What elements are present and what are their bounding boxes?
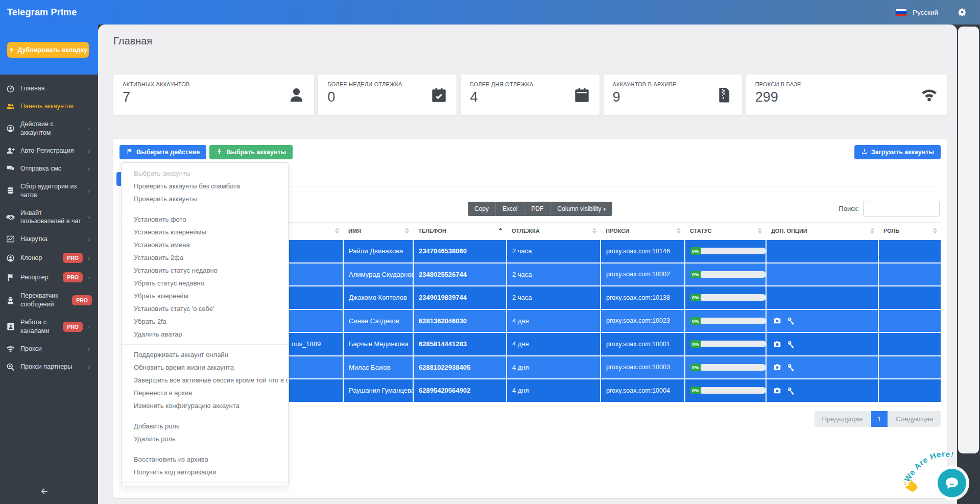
scrollbar-track (957, 25, 980, 504)
stat-value: 299 (755, 89, 938, 105)
menu-item[interactable]: Установить статус 'о себе' (122, 302, 288, 315)
menu-item[interactable]: Обновить время жизни аккаунта (122, 361, 288, 374)
scrollbar-thumb[interactable] (958, 27, 979, 453)
camera-icon[interactable] (773, 387, 781, 395)
sidebar-item-10[interactable]: РепортерPRO› (0, 268, 98, 287)
choose-action-button[interactable]: Выберите действие (119, 145, 206, 159)
sidebar-item-13[interactable]: Прокси› (0, 340, 98, 358)
sidebar-item-5[interactable]: Отправка смс› (0, 160, 98, 178)
sidebar-item-12[interactable]: Работа с каналамиPRO› (0, 314, 98, 340)
status-cell: 0% (685, 379, 766, 402)
progress-track (699, 341, 766, 347)
menu-item[interactable]: Установить имена (122, 238, 288, 251)
sidebar-item-11[interactable]: Перехватчик сообщенийPRO (0, 287, 98, 314)
export-button-excel[interactable]: Excel (496, 202, 524, 216)
phone-cell: 62895420564902 (413, 379, 507, 402)
column-header-роль[interactable]: РОЛЬ (878, 223, 941, 240)
chevron-right-icon: › (88, 255, 92, 261)
sidebar-item-2[interactable]: Панель аккаунтов (0, 98, 98, 115)
sidebar-item-3[interactable]: Действие с аккаунтом› (0, 115, 98, 142)
proxy-cell: proxy.soax.com:10023 (601, 309, 685, 333)
menu-item[interactable]: Добавить роль (122, 420, 288, 433)
handshake-icon (6, 213, 15, 222)
menu-item[interactable]: Проверить аккаунты (122, 193, 288, 205)
sort-arrows-icon (677, 228, 681, 234)
menu-item[interactable]: Удалить роль (122, 433, 288, 445)
column-header-имя[interactable]: ИМЯ (343, 223, 413, 240)
language-selector[interactable]: Русский (913, 9, 938, 16)
sidebar-item-1[interactable]: Главная (0, 80, 98, 98)
chevron-right-icon: › (88, 214, 92, 221)
settings-gear-icon[interactable] (958, 8, 967, 17)
database-icon (6, 186, 15, 195)
menu-item[interactable]: Восстановить из архива (122, 453, 288, 466)
sidebar-item-label: Инвайт пользователей в чат (20, 209, 83, 226)
key-icon[interactable] (787, 317, 795, 325)
duplicate-tab-button[interactable]: Дублировать вкладку (7, 42, 89, 58)
export-button-column-visibility[interactable]: Column visibility▾ (551, 202, 612, 216)
pagination-page-1[interactable]: 1 (871, 411, 888, 427)
camera-icon[interactable] (773, 340, 781, 348)
column-header-отлежка[interactable]: ОТЛЕЖКА (507, 223, 601, 240)
column-header-доп-опции[interactable]: ДОП. ОПЦИИ (766, 223, 878, 240)
stat-value: 7 (123, 89, 305, 105)
sidebar-nav: ГлавнаяПанель аккаунтовДействие с аккаун… (0, 75, 98, 504)
select-accounts-button[interactable]: Выбрать аккаунты (209, 145, 293, 159)
key-icon[interactable] (787, 387, 795, 395)
sidebar-item-6[interactable]: Сбор аудитории из чатов› (0, 178, 98, 204)
camera-icon[interactable] (773, 317, 781, 325)
column-header-телефон[interactable]: ТЕЛЕФОН (413, 223, 507, 240)
user-cell (289, 379, 343, 402)
stat-label: АКТИВНЫХ АККАУНТОВ (123, 81, 305, 87)
phone-cell: 2347046538060 (413, 239, 507, 263)
menu-item[interactable]: Проверить аккаунты без спамбота (122, 180, 288, 193)
proxy-cell: proxy.soax.com:10004 (601, 379, 685, 402)
progress-percent-badge: 0% (690, 317, 701, 325)
sidebar-item-4[interactable]: Авто-Регистрация› (0, 142, 98, 160)
phone-cell: 6281362046030 (413, 309, 507, 333)
key-icon[interactable] (787, 340, 795, 348)
load-accounts-button[interactable]: Загрузить аккаунты (854, 145, 941, 159)
column-header-прокси[interactable]: ПРОКСИ (601, 223, 685, 240)
menu-item[interactable]: Убрать статус недавно (122, 277, 288, 290)
pagination-previous[interactable]: Предыдущая (815, 411, 871, 427)
column-header-hidden-1[interactable] (289, 223, 343, 240)
idle-cell: 4 дня (507, 309, 601, 333)
key-icon[interactable] (787, 363, 795, 371)
menu-item[interactable]: Установить 2фа (122, 251, 288, 264)
export-button-copy[interactable]: Copy (468, 202, 496, 216)
chat-bubble-icon (944, 475, 960, 491)
options-cell (766, 286, 878, 309)
sidebar-item-8[interactable]: Накрутка› (0, 230, 98, 248)
menu-item[interactable]: Завершить все активные сессия кроме той … (122, 374, 288, 387)
pagination-next[interactable]: Следующая (888, 411, 941, 427)
pro-badge: PRO (63, 272, 83, 282)
sidebar-item-14[interactable]: Прокси партнеры› (0, 358, 98, 376)
sidebar-item-7[interactable]: Инвайт пользователей в чат› (0, 204, 98, 231)
sidebar-collapse-arrow-icon[interactable] (40, 487, 51, 496)
stat-card-1: АКТИВНЫХ АККАУНТОВ7 (113, 75, 314, 115)
camera-icon[interactable] (773, 363, 781, 371)
top-navbar: Telegram Prime Русский (0, 0, 980, 25)
user-cell (289, 309, 343, 333)
column-header-статус[interactable]: СТАТУС (685, 223, 766, 240)
menu-item[interactable]: Установить статус недавно (122, 264, 288, 277)
menu-item[interactable]: Перенести в архив (122, 387, 288, 399)
menu-item[interactable]: Убрать 2fa (122, 315, 288, 328)
progress-bar: 0% (690, 317, 766, 325)
menu-item[interactable]: Изменить конфигурацию аккаунта (122, 399, 288, 412)
user-circle-icon (6, 254, 15, 262)
menu-item[interactable]: Установить юзернеймы (122, 226, 288, 238)
sidebar-item-9[interactable]: КлонерPRO› (0, 248, 98, 268)
stat-label: БОЛЕЕ НЕДЕЛИ ОТЛЕЖКА (327, 81, 447, 87)
menu-item[interactable]: Удалить аватар (122, 328, 288, 341)
search-input[interactable] (863, 201, 940, 217)
row-option-buttons (772, 387, 873, 395)
menu-item[interactable]: Получить код авторизации (122, 466, 288, 478)
chat-bubble-button[interactable] (938, 469, 966, 497)
menu-item[interactable]: Убрать юзернейм (122, 290, 288, 302)
progress-percent-badge: 0% (690, 340, 701, 348)
export-button-pdf[interactable]: PDF (524, 202, 551, 216)
menu-item[interactable]: Поддерживать аккаунт онлайн (122, 348, 288, 361)
menu-item[interactable]: Установить фото (122, 213, 288, 226)
